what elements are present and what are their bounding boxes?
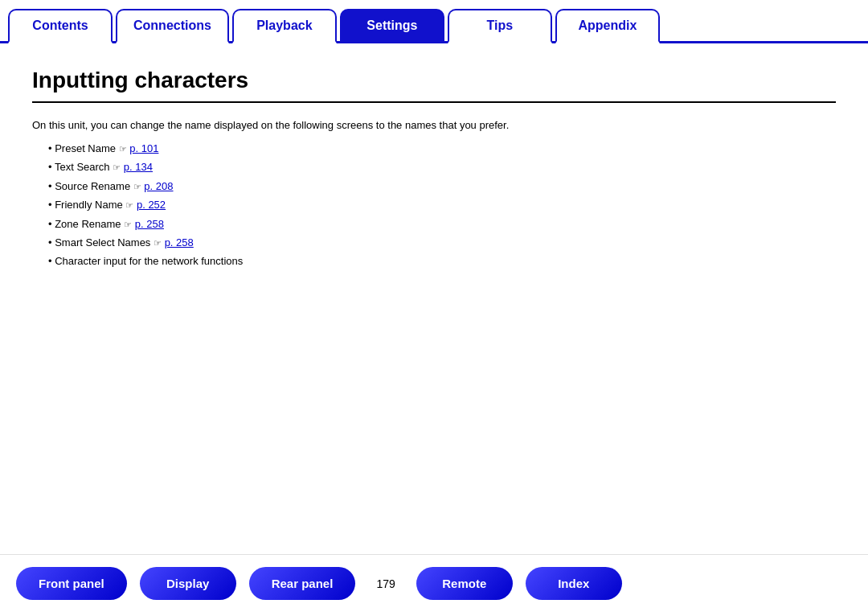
bottom-navigation: Front panel Display Rear panel 179 Remot…	[0, 554, 868, 612]
ref-icon: ☞	[124, 219, 132, 228]
page-title: Inputting characters	[32, 68, 836, 103]
tab-playback[interactable]: Playback	[232, 9, 337, 43]
list-item: Friendly Name ☞ p. 252	[48, 195, 836, 214]
front-panel-button[interactable]: Front panel	[16, 567, 127, 600]
main-content: Inputting characters On this unit, you c…	[0, 43, 868, 554]
tab-contents[interactable]: Contents	[8, 9, 113, 43]
tab-connections[interactable]: Connections	[116, 9, 229, 43]
ref-icon: ☞	[133, 181, 141, 191]
list-item: Text Search ☞ p. 134	[48, 158, 836, 176]
page-number: 179	[376, 577, 395, 590]
link-p134[interactable]: p. 134	[124, 161, 153, 173]
top-navigation: Contents Connections Playback Settings T…	[0, 0, 868, 43]
rear-panel-button[interactable]: Rear panel	[249, 567, 356, 600]
tab-tips[interactable]: Tips	[448, 9, 552, 43]
link-p208[interactable]: p. 208	[144, 180, 173, 192]
link-p258a[interactable]: p. 258	[135, 218, 164, 230]
list-item: Smart Select Names ☞ p. 258	[48, 233, 836, 252]
intro-text: On this unit, you can change the name di…	[32, 119, 836, 131]
link-p258b[interactable]: p. 258	[165, 236, 194, 248]
list-item: Character input for the network function…	[48, 252, 836, 270]
tab-settings[interactable]: Settings	[340, 9, 444, 43]
list-item: Preset Name ☞ p. 101	[48, 139, 836, 158]
ref-icon: ☞	[154, 238, 162, 248]
display-button[interactable]: Display	[140, 567, 236, 600]
remote-button[interactable]: Remote	[416, 567, 513, 600]
ref-icon: ☞	[125, 200, 133, 210]
list-item: Zone Rename ☞ p. 258	[48, 215, 836, 233]
tab-appendix[interactable]: Appendix	[555, 9, 660, 43]
link-p252[interactable]: p. 252	[137, 199, 166, 211]
ref-icon: ☞	[113, 162, 121, 172]
link-p101[interactable]: p. 101	[129, 142, 158, 154]
index-button[interactable]: Index	[526, 567, 622, 600]
ref-icon: ☞	[119, 144, 127, 154]
list-item: Source Rename ☞ p. 208	[48, 177, 836, 195]
bullet-list: Preset Name ☞ p. 101 Text Search ☞ p. 13…	[32, 139, 836, 271]
